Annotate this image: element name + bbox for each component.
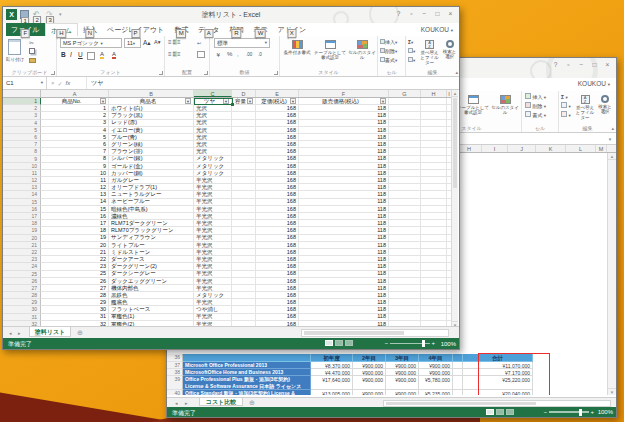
filter-dropdown-icon[interactable]: ▼: [290, 98, 296, 104]
grid-cell[interactable]: 21: [41, 249, 109, 256]
grid-cell[interactable]: [389, 206, 421, 213]
row-number[interactable]: 1: [3, 98, 41, 105]
grid-cell[interactable]: [232, 271, 256, 278]
horizontal-scrollbar[interactable]: [301, 329, 449, 337]
filter-header-cell[interactable]: 販売価格(税込)▼: [299, 98, 389, 105]
row-number[interactable]: 21: [3, 242, 41, 249]
row-number[interactable]: 40: [167, 390, 183, 395]
column-header-M[interactable]: M: [596, 145, 607, 152]
grid-cell[interactable]: ダークアース: [109, 256, 194, 263]
grid-cell[interactable]: [421, 235, 447, 242]
cost-cell[interactable]: ¥17,640,000: [311, 376, 353, 390]
grid-cell[interactable]: 3: [41, 120, 109, 127]
grid-cell[interactable]: 118: [299, 112, 389, 119]
grid-cell[interactable]: 6: [41, 141, 109, 148]
sort-filter-button[interactable]: AZ 並べ替えとフィルター: [575, 94, 595, 120]
grid-cell[interactable]: ミドルストーン: [109, 249, 194, 256]
row-number[interactable]: 29: [3, 299, 41, 306]
filter-header-cell[interactable]: 商品名▼: [109, 98, 194, 105]
grid-cell[interactable]: 168: [256, 141, 299, 148]
font-name-select[interactable]: MS Pゴシック ▾: [60, 38, 122, 48]
grid-cell[interactable]: [389, 271, 421, 278]
merge-center-icon[interactable]: [197, 51, 205, 58]
grid-cell[interactable]: [232, 306, 256, 313]
grid-cell[interactable]: 118: [299, 199, 389, 206]
row-number[interactable]: 36: [167, 354, 183, 362]
grid-cell[interactable]: 16: [41, 213, 109, 220]
formula-bar-expand-icon[interactable]: ▾: [604, 133, 616, 144]
grid-cell[interactable]: [232, 249, 256, 256]
clipboard-dialog-launcher-icon[interactable]: [51, 71, 55, 75]
back-vertical-scrollbar[interactable]: ▴ ▾: [607, 153, 616, 395]
back-zoom-level[interactable]: 100%: [598, 409, 613, 415]
row-number[interactable]: 16: [3, 206, 41, 213]
grid-cell[interactable]: [232, 163, 256, 170]
grid-cell[interactable]: [232, 299, 256, 306]
grid-cell[interactable]: 118: [299, 249, 389, 256]
row-number[interactable]: 26: [3, 278, 41, 285]
grid-cell[interactable]: [389, 263, 421, 270]
number-format-select[interactable]: 標準 ▾: [214, 38, 270, 48]
grid-cell[interactable]: 118: [299, 127, 389, 134]
grid-cell[interactable]: 2: [41, 112, 109, 119]
ribbon-display-options-icon[interactable]: ▫: [405, 8, 418, 19]
grid-cell[interactable]: [232, 156, 256, 163]
grid-cell[interactable]: 18: [41, 227, 109, 234]
grid-cell[interactable]: [232, 184, 256, 191]
filter-header-cell[interactable]: ツヤ▼: [194, 98, 232, 105]
grid-cell[interactable]: 168: [256, 235, 299, 242]
grid-cell[interactable]: ブラック(黒): [109, 112, 194, 119]
grid-cell[interactable]: ゴールド(金): [109, 163, 194, 170]
grid-cell[interactable]: 118: [299, 206, 389, 213]
grid-cell[interactable]: 半光沢: [194, 299, 232, 306]
grid-cell[interactable]: [232, 112, 256, 119]
cost-cell[interactable]: ¥900,000: [353, 362, 386, 369]
grid-cell[interactable]: [232, 206, 256, 213]
grid-cell[interactable]: 半光沢: [194, 227, 232, 234]
grid-cell[interactable]: 30: [41, 306, 109, 313]
grid-cell[interactable]: 118: [299, 177, 389, 184]
cost-cell[interactable]: ¥900,000: [419, 362, 453, 369]
product-name-cell[interactable]: MicrosoftOffice Home and Business 2013: [183, 369, 311, 376]
clear-button[interactable]: ▾: [408, 56, 415, 65]
grid-cell[interactable]: 168: [256, 227, 299, 234]
restore-icon[interactable]: □: [588, 59, 601, 70]
grid-cell[interactable]: [389, 199, 421, 206]
column-header-初年度[interactable]: 初年度: [311, 354, 353, 362]
format-as-table-button[interactable]: テーブルとして書式設定: [456, 94, 490, 115]
grid-cell[interactable]: 27: [41, 285, 109, 292]
grid-cell[interactable]: [232, 227, 256, 234]
row-number[interactable]: 12: [3, 177, 41, 184]
grid-cell[interactable]: 半光沢: [194, 271, 232, 278]
cell-styles-button[interactable]: セルのスタイル: [347, 39, 377, 60]
grid-cell[interactable]: 29: [41, 299, 109, 306]
grid-cell[interactable]: [421, 249, 447, 256]
total-cell[interactable]: ¥7,170,000: [463, 369, 533, 376]
grid-cell[interactable]: 4: [41, 127, 109, 134]
grid-cell[interactable]: 118: [299, 242, 389, 249]
grid-cell[interactable]: 半光沢: [194, 263, 232, 270]
grid-cell[interactable]: [421, 98, 447, 105]
grid-cell[interactable]: [389, 227, 421, 234]
increase-decimal-icon[interactable]: .00: [246, 52, 252, 57]
grid-cell[interactable]: 半光沢: [194, 249, 232, 256]
autosum-button[interactable]: Σ ▾: [561, 93, 568, 102]
empty-cell[interactable]: [453, 376, 463, 390]
grid-cell[interactable]: グリーン(緑): [109, 141, 194, 148]
grid-cell[interactable]: 118: [299, 263, 389, 270]
back-horizontal-scrollbar[interactable]: [383, 400, 611, 407]
grid-cell[interactable]: [389, 278, 421, 285]
cut-icon[interactable]: ✂: [29, 39, 34, 46]
column-header-strip[interactable]: ABCDEFGHI: [3, 90, 452, 98]
grid-cell[interactable]: 20: [41, 242, 109, 249]
row-number[interactable]: 3: [3, 112, 41, 119]
grid-cell[interactable]: 半光沢: [194, 184, 232, 191]
grid-cell[interactable]: つや消し: [194, 306, 232, 313]
grid-cell[interactable]: [232, 120, 256, 127]
grid-cell[interactable]: 機体内部色: [109, 285, 194, 292]
grid-cell[interactable]: 31: [41, 314, 109, 321]
cost-cell[interactable]: ¥8,370,000: [311, 362, 353, 369]
sheet-tab-cost-comparison[interactable]: コスト比較: [199, 398, 243, 406]
column-header-H[interactable]: H: [421, 90, 447, 97]
fill-color-icon[interactable]: A: [100, 51, 104, 59]
